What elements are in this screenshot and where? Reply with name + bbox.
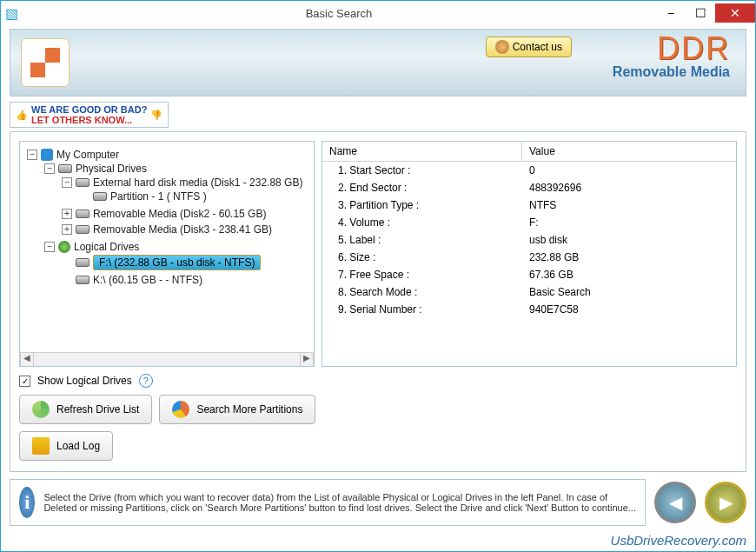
prop-value: usb disk xyxy=(522,231,574,249)
prop-name: 5. Label : xyxy=(322,231,522,249)
drive-icon xyxy=(76,225,90,234)
prop-value: F: xyxy=(522,214,546,231)
property-row: 9. Serial Number :940E7C58 xyxy=(322,301,736,318)
tree-node-disk1[interactable]: − External hard disk media (Disk1 - 232.… xyxy=(62,176,310,189)
prop-value: 488392696 xyxy=(522,179,588,196)
prop-name: 4. Volume : xyxy=(322,214,522,231)
drive-icon xyxy=(58,164,72,173)
arrow-left-icon: ◀ xyxy=(669,492,682,513)
log-icon xyxy=(32,437,50,455)
feedback-bar: 👍 WE ARE GOOD OR BAD? LET OTHERS KNOW...… xyxy=(10,102,746,128)
app-icon: ▧ xyxy=(1,5,22,22)
col-name[interactable]: Name xyxy=(322,142,522,161)
brand-title: DDR xyxy=(613,33,730,64)
prop-name: 2. End Sector : xyxy=(322,179,522,196)
tree-node-disk3[interactable]: + Removable Media (Disk3 - 238.41 GB) xyxy=(62,223,310,236)
refresh-icon xyxy=(32,401,50,418)
property-row: 4. Volume :F: xyxy=(322,214,736,231)
thumbs-down-icon: 👎 xyxy=(150,110,162,121)
show-logical-checkbox[interactable]: ✓ xyxy=(19,376,30,387)
horizontal-scrollbar[interactable]: ◀ ▶ xyxy=(20,352,314,366)
property-row: 1. Start Sector :0 xyxy=(322,162,736,179)
partition-icon xyxy=(172,401,189,418)
scroll-left-icon[interactable]: ◀ xyxy=(20,353,34,366)
show-logical-label: Show Logical Drives xyxy=(37,375,132,387)
collapse-icon[interactable]: − xyxy=(62,177,72,188)
app-logo xyxy=(21,38,70,87)
drive-icon xyxy=(76,258,90,267)
prop-value: 232.88 GB xyxy=(522,249,586,266)
computer-icon xyxy=(41,149,53,161)
prop-value: NTFS xyxy=(522,196,563,214)
tree-node-disk2[interactable]: + Removable Media (Disk2 - 60.15 GB) xyxy=(62,208,310,220)
maximize-button[interactable]: ☐ xyxy=(686,3,715,23)
prop-name: 9. Serial Number : xyxy=(322,301,522,318)
property-row: 3. Partition Type :NTFS xyxy=(322,196,736,214)
col-value[interactable]: Value xyxy=(522,142,562,161)
property-row: 8. Search Mode :Basic Search xyxy=(322,283,736,301)
person-icon xyxy=(495,40,509,54)
prop-value: 940E7C58 xyxy=(522,301,586,318)
search-more-partitions-button[interactable]: Search More Partitions xyxy=(159,395,315,424)
tree-node-drive-f[interactable]: F:\ (232.88 GB - usb disk - NTFS) xyxy=(62,255,310,270)
collapse-icon[interactable]: − xyxy=(44,163,55,174)
help-icon[interactable]: ? xyxy=(139,374,153,388)
property-row: 5. Label :usb disk xyxy=(322,231,736,249)
info-panel: i Select the Drive (from which you want … xyxy=(10,479,646,526)
close-button[interactable]: ✕ xyxy=(715,3,755,23)
tree-node-logical[interactable]: − Logical Drives xyxy=(44,241,310,253)
collapse-icon[interactable]: − xyxy=(27,150,37,160)
banner: Contact us DDR Removable Media xyxy=(10,29,746,96)
property-row: 7. Free Space :67.36 GB xyxy=(322,266,736,283)
contact-us-button[interactable]: Contact us xyxy=(486,37,572,57)
drive-icon xyxy=(76,178,90,187)
property-row: 6. Size :232.88 GB xyxy=(322,249,736,266)
titlebar: ▧ Basic Search − ☐ ✕ xyxy=(1,1,755,25)
expand-icon[interactable]: + xyxy=(62,224,72,235)
collapse-icon[interactable]: − xyxy=(44,242,55,252)
brand: DDR Removable Media xyxy=(613,33,730,80)
property-row: 2. End Sector :488392696 xyxy=(322,179,736,196)
drive-tree-panel: − My Computer − Physical Drives xyxy=(19,141,315,367)
website-url: UsbDriveRecovery.com xyxy=(1,531,755,551)
tree-node-drive-k[interactable]: K:\ (60.15 GB - - NTFS) xyxy=(62,274,310,286)
tree-node-partition1[interactable]: Partition - 1 ( NTFS ) xyxy=(79,190,310,203)
prop-name: 6. Size : xyxy=(322,249,522,266)
app-window: ▧ Basic Search − ☐ ✕ Contact us DDR Remo… xyxy=(0,0,756,552)
drive-icon xyxy=(76,276,90,284)
drive-icon xyxy=(93,192,107,201)
prop-name: 7. Free Space : xyxy=(322,266,522,283)
info-icon: i xyxy=(19,487,35,518)
prop-value: 0 xyxy=(522,162,542,179)
next-button[interactable]: ▶ xyxy=(705,482,746,523)
info-text: Select the Drive (from which you want to… xyxy=(43,492,636,513)
brand-subtitle: Removable Media xyxy=(613,64,730,80)
prop-name: 8. Search Mode : xyxy=(322,283,522,301)
scroll-right-icon[interactable]: ▶ xyxy=(300,353,314,366)
tree-node-physical[interactable]: − Physical Drives xyxy=(44,163,310,175)
feedback-button[interactable]: 👍 WE ARE GOOD OR BAD? LET OTHERS KNOW...… xyxy=(10,102,169,128)
expand-icon[interactable]: + xyxy=(62,209,72,219)
logical-drives-icon xyxy=(58,241,70,253)
prop-name: 1. Start Sector : xyxy=(322,162,522,179)
minimize-button[interactable]: − xyxy=(656,3,686,23)
window-title: Basic Search xyxy=(22,7,656,20)
tree-node-my-computer[interactable]: − My Computer xyxy=(27,149,310,161)
back-button[interactable]: ◀ xyxy=(654,482,696,523)
prop-value: 67.36 GB xyxy=(522,266,580,283)
prop-value: Basic Search xyxy=(522,283,598,301)
main-panel: − My Computer − Physical Drives xyxy=(10,131,746,472)
drive-icon xyxy=(76,209,90,218)
thumbs-up-icon: 👍 xyxy=(16,110,28,121)
prop-name: 3. Partition Type : xyxy=(322,196,522,214)
refresh-drive-list-button[interactable]: Refresh Drive List xyxy=(19,395,152,424)
properties-panel: Name Value 1. Start Sector :0 2. End Sec… xyxy=(322,141,737,367)
load-log-button[interactable]: Load Log xyxy=(19,431,113,461)
arrow-right-icon: ▶ xyxy=(720,492,733,513)
drive-tree[interactable]: − My Computer − Physical Drives xyxy=(20,142,314,350)
properties-header: Name Value xyxy=(322,142,736,162)
